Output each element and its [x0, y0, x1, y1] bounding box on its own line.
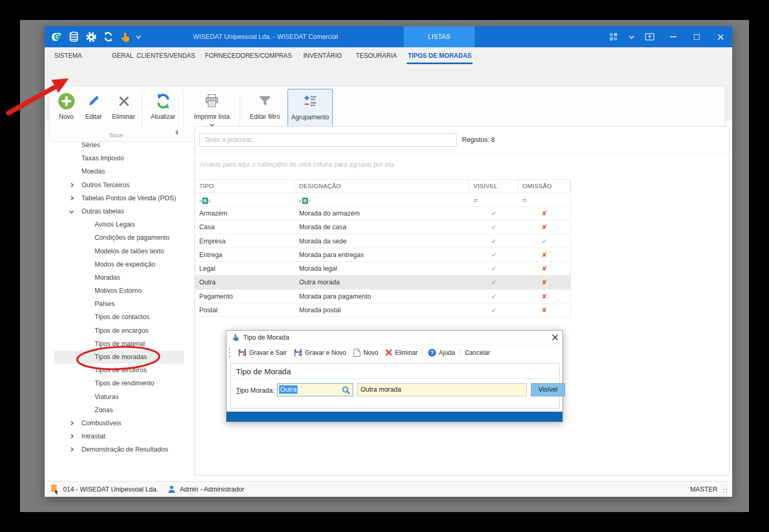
- tree-item-demonstracao-resultados[interactable]: Demonstração de Resultados: [54, 443, 184, 456]
- column-header-visivel[interactable]: VISÍVEL: [469, 180, 518, 193]
- toolbar-drag-handle[interactable]: [229, 348, 230, 357]
- column-header-designacao[interactable]: DESIGNAÇÃO: [295, 180, 469, 193]
- cell-designacao[interactable]: Morada para pagamento: [295, 290, 469, 303]
- tipo-de-morada-dialog: Tipo de Morada Gravar e Sair Gravar e No…: [226, 330, 563, 422]
- designacao-input[interactable]: Outra morada: [357, 383, 527, 396]
- cell-designacao[interactable]: Morada do armazém: [295, 207, 469, 220]
- cell-tipo[interactable]: Casa: [195, 220, 295, 234]
- cell-designacao[interactable]: Morada da sede: [295, 234, 469, 248]
- database-icon[interactable]: [67, 30, 80, 43]
- pin-window-icon[interactable]: [638, 26, 661, 47]
- filter-designacao[interactable]: aBc: [295, 193, 469, 207]
- dialog-novo-button[interactable]: Novo: [350, 346, 382, 359]
- ajuda-button[interactable]: ? Ajuda: [424, 346, 459, 359]
- tree-item-paises[interactable]: Países: [54, 298, 184, 311]
- tree-item-zonas[interactable]: Zonas: [54, 404, 184, 417]
- tree-item-tabelas-pos[interactable]: Tabelas Pontos de Venda (POS): [54, 192, 184, 205]
- dialog-close-button[interactable]: [551, 334, 558, 341]
- tree-item-tipos-terceiros[interactable]: Tipos de terceiros: [54, 364, 184, 377]
- column-header-tipo[interactable]: TIPO: [195, 180, 295, 193]
- eliminar-button[interactable]: Eliminar: [107, 89, 140, 130]
- table-row[interactable]: Postal Morada postal ✓ ✘: [195, 303, 570, 317]
- search-magnifier-icon[interactable]: [342, 386, 351, 395]
- tree-item-intrastat[interactable]: Intrastat: [54, 430, 184, 443]
- chevron-down-icon[interactable]: [136, 34, 141, 39]
- tree-item-taxas-imposto[interactable]: Taxas Imposto: [54, 152, 184, 165]
- filter-visivel[interactable]: =: [469, 193, 518, 207]
- cancelar-button[interactable]: Cancelar: [461, 346, 494, 359]
- column-header-omissao[interactable]: OMISSÃO: [518, 180, 570, 193]
- tree-item-modelos-taloes[interactable]: Modelos de talões texto: [54, 245, 184, 258]
- tree-item-outras-tabelas[interactable]: Outras tabelas: [54, 205, 184, 218]
- resize-grip[interactable]: [722, 488, 728, 494]
- apps-grid-icon[interactable]: [601, 26, 625, 47]
- tab-tipos-de-moradas[interactable]: TIPOS DE MORADAS: [408, 47, 471, 64]
- refresh-icon[interactable]: [102, 30, 115, 43]
- tab-inventario[interactable]: INVENTÁRIO: [303, 47, 342, 64]
- visivel-toggle-button[interactable]: Visível: [531, 383, 565, 396]
- settings-gear-icon[interactable]: [85, 30, 97, 43]
- table-row[interactable]: Pagamento Morada para pagamento ✓ ✘: [195, 290, 570, 303]
- table-row-selected[interactable]: Outra Outra morada ✓ ✘: [195, 275, 570, 289]
- close-button[interactable]: [709, 26, 732, 47]
- tree-item-moradas[interactable]: Moradas: [54, 271, 184, 284]
- dialog-titlebar[interactable]: Tipo de Morada: [227, 331, 562, 344]
- cell-tipo[interactable]: Outra: [195, 275, 295, 289]
- cell-tipo[interactable]: Pagamento: [195, 290, 295, 303]
- tree-item-tipos-encargos[interactable]: Tipos de encargos: [54, 324, 184, 337]
- context-tab-listas[interactable]: LISTAS: [404, 26, 475, 47]
- maximize-button[interactable]: [685, 26, 709, 47]
- tree-item-tipos-rendimento[interactable]: Tipos de rendimento: [54, 377, 184, 390]
- tab-fornecedores-compras[interactable]: FORNECEDORES/COMPRAS: [205, 47, 292, 64]
- table-row[interactable]: Entrega Morada para entregas ✓ ✘: [195, 248, 570, 262]
- cell-designacao[interactable]: Morada legal: [295, 262, 469, 275]
- tree-item-tipos-contactos[interactable]: Tipos de contactos: [54, 311, 184, 324]
- tree-item-outros-terceiros[interactable]: Outros Terceiros: [54, 179, 184, 192]
- cell-tipo[interactable]: Entrega: [195, 248, 295, 262]
- tree-item-motivos-estorno[interactable]: Motivos Estorno: [54, 284, 184, 298]
- gravar-e-sair-button[interactable]: Gravar e Sair: [234, 346, 290, 359]
- tab-geral[interactable]: GERAL: [112, 47, 134, 64]
- dialog-eliminar-button[interactable]: Eliminar: [382, 346, 421, 359]
- tree-item-tipos-moradas[interactable]: Tipos de moradas: [54, 351, 184, 364]
- hand-pointer-icon[interactable]: [119, 30, 132, 43]
- table-row[interactable]: Armazém Morada do armazém ✓ ✘: [195, 207, 570, 220]
- tab-tesouraria[interactable]: TESOURARIA: [356, 47, 397, 64]
- tree-item-viaturas[interactable]: Viaturas: [54, 391, 184, 404]
- apps-grid-chevron-icon[interactable]: [625, 26, 638, 47]
- atualizar-button[interactable]: Atualizar: [145, 89, 181, 130]
- tab-sistema[interactable]: SISTEMA: [54, 47, 82, 64]
- editar-filtro-button[interactable]: Editar filtro: [244, 89, 286, 130]
- search-input[interactable]: [199, 133, 457, 147]
- cell-designacao[interactable]: Morada para entregas: [295, 248, 469, 262]
- tab-clientes-vendas[interactable]: CLIENTES/VENDAS: [137, 47, 195, 64]
- agrupamento-button[interactable]: Agrupamento: [288, 89, 333, 130]
- sidebar-collapse-button[interactable]: [172, 127, 183, 138]
- cell-tipo[interactable]: Legal: [195, 262, 295, 275]
- cell-designacao[interactable]: Morada de casa: [295, 220, 469, 234]
- imprimir-lista-button[interactable]: Imprimir lista: [187, 89, 237, 130]
- editar-button[interactable]: Editar: [80, 89, 107, 130]
- cell-designacao[interactable]: Morada postal: [295, 303, 469, 317]
- cell-tipo[interactable]: Armazém: [195, 207, 295, 220]
- filter-tipo[interactable]: aBc: [195, 193, 295, 207]
- table-row[interactable]: Legal Morada legal ✓ ✘: [195, 262, 570, 275]
- cell-tipo[interactable]: Empresa: [195, 234, 295, 248]
- tree-item-avisos-legais[interactable]: Avisos Legais: [54, 218, 184, 231]
- gravar-e-novo-button[interactable]: Gravar e Novo: [290, 346, 350, 359]
- records-count: Registos: 8: [462, 133, 495, 147]
- minimize-button[interactable]: [661, 26, 685, 47]
- table-row[interactable]: Casa Morada de casa ✓ ✘: [195, 220, 570, 234]
- cell-designacao[interactable]: Outra morada: [295, 275, 469, 289]
- tree-item-modos-expedicao[interactable]: Modos de expedição: [54, 258, 184, 271]
- novo-button[interactable]: Novo: [53, 89, 80, 130]
- tree-item-series[interactable]: Séries: [54, 139, 184, 152]
- tree-item-combustiveis[interactable]: Combustíveis: [54, 417, 184, 430]
- filter-omissao[interactable]: =: [518, 193, 570, 207]
- tipo-morada-input[interactable]: Outra: [277, 383, 353, 396]
- tree-item-tipos-material[interactable]: Tipos de material: [54, 337, 184, 351]
- tree-item-moedas[interactable]: Moedas: [54, 165, 184, 178]
- tree-item-condicoes-pagamento[interactable]: Condições de pagamento: [54, 231, 184, 244]
- table-row[interactable]: Empresa Morada da sede ✓ ✓: [195, 234, 570, 248]
- cell-tipo[interactable]: Postal: [195, 303, 295, 317]
